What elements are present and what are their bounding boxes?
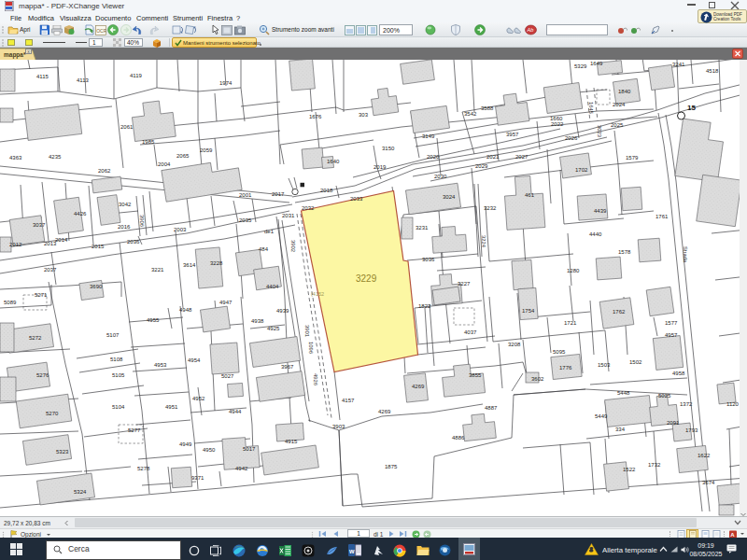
svg-text:1578: 1578 xyxy=(618,249,631,255)
svg-text:2037: 2037 xyxy=(44,267,57,273)
svg-text:15: 15 xyxy=(687,104,696,112)
svg-text:2065: 2065 xyxy=(176,153,190,159)
svg-text:2003: 2003 xyxy=(174,227,187,232)
svg-text:1120: 1120 xyxy=(726,401,740,407)
svg-text:5017: 5017 xyxy=(243,446,256,452)
svg-text:4518: 4518 xyxy=(706,68,719,74)
svg-text:1645: 1645 xyxy=(588,102,594,114)
svg-text:4404: 4404 xyxy=(266,284,279,289)
svg-text:1762: 1762 xyxy=(613,309,626,315)
svg-text:de1: de1 xyxy=(264,229,275,234)
svg-text:1649: 1649 xyxy=(590,61,603,66)
svg-text:2035: 2035 xyxy=(239,217,252,223)
svg-text:3602: 3602 xyxy=(531,376,544,382)
svg-text:3674: 3674 xyxy=(702,480,715,485)
svg-text:2033: 2033 xyxy=(350,196,363,202)
svg-text:2059: 2059 xyxy=(200,147,213,153)
svg-text:4915: 4915 xyxy=(285,439,298,444)
svg-text:2019: 2019 xyxy=(374,164,387,170)
svg-text:5089: 5089 xyxy=(4,300,17,305)
svg-text:5104: 5104 xyxy=(112,404,125,410)
svg-text:3690: 3690 xyxy=(90,284,103,289)
svg-text:OCR: OCR xyxy=(96,28,106,34)
svg-text:3037: 3037 xyxy=(33,222,46,228)
svg-text:334: 334 xyxy=(615,427,626,432)
svg-text:2030: 2030 xyxy=(434,174,447,179)
svg-text:1754: 1754 xyxy=(522,308,535,314)
svg-text:2027: 2027 xyxy=(515,154,529,160)
svg-text:1579: 1579 xyxy=(626,155,639,161)
svg-text:3228: 3228 xyxy=(210,260,223,266)
svg-text:3231: 3231 xyxy=(416,225,429,231)
svg-text:1522: 1522 xyxy=(623,467,636,472)
svg-text:5270: 5270 xyxy=(46,411,59,416)
svg-text:3232: 3232 xyxy=(484,205,497,211)
svg-text:4939: 4939 xyxy=(276,308,289,314)
svg-text:3902: 3902 xyxy=(290,240,296,252)
svg-text:2062: 2062 xyxy=(98,168,111,174)
svg-text:2021: 2021 xyxy=(486,154,500,160)
svg-text:4954: 4954 xyxy=(188,357,201,363)
svg-text:3023: 3023 xyxy=(597,125,602,137)
svg-text:1702: 1702 xyxy=(575,167,588,173)
svg-text:1280: 1280 xyxy=(567,268,580,273)
svg-text:5272: 5272 xyxy=(29,335,42,341)
svg-text:3150: 3150 xyxy=(382,146,395,151)
svg-text:1721: 1721 xyxy=(564,320,577,326)
svg-text:1577: 1577 xyxy=(665,320,678,326)
svg-text:4938: 4938 xyxy=(251,318,264,324)
svg-text:5276: 5276 xyxy=(36,372,49,378)
svg-text:2029: 2029 xyxy=(475,163,488,169)
svg-text:3903: 3903 xyxy=(332,424,345,429)
svg-text:1732: 1732 xyxy=(648,462,661,468)
svg-text:3149: 3149 xyxy=(422,133,435,139)
svg-text:4269: 4269 xyxy=(378,409,391,414)
svg-text:4926: 4926 xyxy=(313,373,318,385)
svg-text:3229: 3229 xyxy=(356,273,377,284)
svg-text:4952: 4952 xyxy=(192,396,205,401)
svg-text:5108: 5108 xyxy=(110,357,123,362)
svg-text:3906: 3906 xyxy=(139,215,145,227)
svg-text:4944: 4944 xyxy=(229,409,242,414)
svg-text:2016: 2016 xyxy=(118,224,131,230)
svg-text:4948: 4948 xyxy=(179,307,192,313)
svg-text:5107: 5107 xyxy=(106,332,120,338)
svg-text:4957: 4957 xyxy=(665,332,678,338)
svg-text:4950: 4950 xyxy=(203,447,216,453)
svg-text:4037: 4037 xyxy=(464,329,477,335)
svg-text:3855: 3855 xyxy=(469,372,482,378)
svg-text:1622: 1622 xyxy=(698,453,711,458)
svg-text:5323: 5323 xyxy=(56,449,69,455)
svg-text:4942: 4942 xyxy=(235,466,248,471)
svg-text:3588: 3588 xyxy=(481,105,494,111)
svg-text:1502: 1502 xyxy=(629,359,642,365)
svg-text:484: 484 xyxy=(259,246,269,252)
svg-text:3024: 3024 xyxy=(443,194,456,200)
svg-text:1793: 1793 xyxy=(685,427,698,433)
svg-text:3208: 3208 xyxy=(508,342,521,347)
svg-text:1974: 1974 xyxy=(219,80,233,86)
svg-text:4119: 4119 xyxy=(130,73,143,78)
svg-text:4947: 4947 xyxy=(219,300,233,305)
svg-text:2032: 2032 xyxy=(302,205,315,211)
svg-text:461: 461 xyxy=(525,192,535,198)
svg-text:5027: 5027 xyxy=(221,373,234,379)
svg-text:4886: 4886 xyxy=(452,435,465,441)
svg-text:5329: 5329 xyxy=(574,63,587,69)
svg-text:4115: 4115 xyxy=(36,74,49,79)
svg-text:1503: 1503 xyxy=(598,362,611,368)
svg-text:5271: 5271 xyxy=(35,292,48,298)
svg-text:5025: 5025 xyxy=(658,393,671,399)
svg-text:4955: 4955 xyxy=(147,317,160,323)
svg-text:2036: 2036 xyxy=(127,239,140,245)
svg-text:3221: 3221 xyxy=(151,267,164,273)
svg-text:1761: 1761 xyxy=(655,214,669,219)
svg-text:4113: 4113 xyxy=(77,77,90,83)
svg-text:1840: 1840 xyxy=(618,89,631,94)
svg-text:303: 303 xyxy=(359,112,369,118)
svg-text:2020: 2020 xyxy=(427,154,440,160)
svg-text:5105: 5105 xyxy=(112,372,125,378)
svg-text:Strada: Strada xyxy=(683,246,688,263)
svg-text:1676: 1676 xyxy=(309,114,322,119)
svg-text:4925: 4925 xyxy=(267,326,280,331)
